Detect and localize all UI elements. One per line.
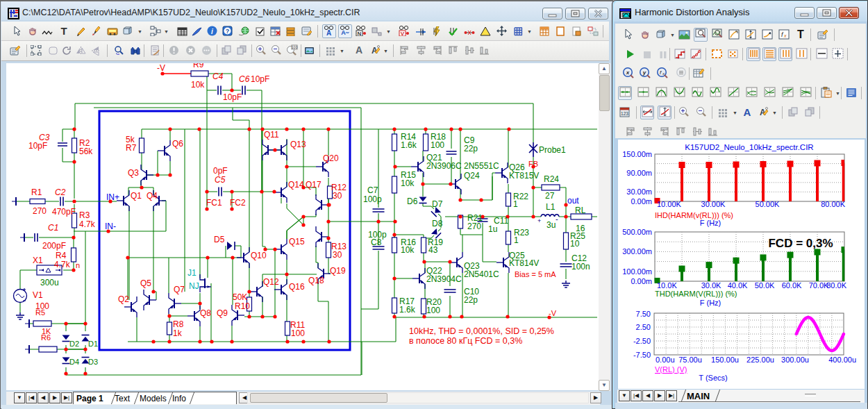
svg-text:IN-: IN- [105,222,116,231]
svg-text:C5: C5 [215,175,226,185]
svg-text:90.00m: 90.00m [626,169,652,177]
svg-text:Q3: Q3 [128,168,139,178]
svg-text:Bias = 5 mA: Bias = 5 mA [515,270,556,278]
svg-text:x: x [783,33,787,38]
svg-text:FCD = 0,3%: FCD = 0,3% [768,237,833,250]
svg-text:KT814V: KT814V [509,258,539,268]
svg-text:F (Hz): F (Hz) [700,219,721,227]
svg-text:Q7: Q7 [174,285,185,294]
svg-text:C4: C4 [212,72,224,81]
svg-text:30.00K: 30.00K [701,200,726,208]
svg-text:L1: L1 [546,202,556,212]
svg-text:y: y [642,69,646,76]
svg-text:1: 1 [513,199,518,209]
svg-text:A: A [341,29,346,36]
svg-text:3u: 3u [546,220,556,230]
svg-text:1.6k: 1.6k [399,305,416,315]
svg-text:A: A [326,29,331,36]
svg-text:75.00u: 75.00u [678,356,702,364]
svg-text:D4: D4 [69,358,79,366]
svg-text:10k: 10k [401,178,415,188]
svg-text:400.00u: 400.00u [828,356,856,364]
svg-text:Q11: Q11 [264,130,279,140]
svg-text:R1: R1 [31,187,42,197]
svg-text:10.0K: 10.0K [657,281,677,290]
svg-text:60.0K: 60.0K [782,281,802,290]
svg-text:0.00m: 0.00m [631,277,652,285]
svg-text:300.00u: 300.00u [781,356,809,364]
svg-text:D6: D6 [407,197,418,206]
svg-text:D7: D7 [432,199,443,209]
svg-text:R7: R7 [126,143,137,153]
svg-text:IN+: IN+ [106,192,119,202]
svg-text:FB: FB [528,160,538,168]
svg-text:270: 270 [33,206,47,216]
svg-text:150.00m: 150.00m [622,150,652,158]
svg-text:R10: R10 [235,301,250,311]
svg-text:30: 30 [333,191,342,201]
svg-text:R9: R9 [193,63,204,69]
svg-text:2N3906C: 2N3906C [426,161,462,171]
svg-text:1: 1 [514,235,519,245]
svg-text:Q8: Q8 [200,308,211,318]
svg-text:D2: D2 [69,340,79,348]
svg-text:150.00u: 150.00u [711,356,739,364]
svg-text:0.00m: 0.00m [631,197,652,206]
svg-text:T (Secs): T (Secs) [699,374,727,382]
svg-text:R3: R3 [79,210,90,220]
svg-text:10kHz, THD = 0,0001%, SID = 0,: 10kHz, THD = 0,0001%, SID = 0,25% [409,326,554,336]
svg-text:100: 100 [431,140,444,150]
svg-text:D1: D1 [88,340,98,348]
svg-text:100.00m: 100.00m [622,267,652,276]
svg-text:в полосе 80 кГц FCD = 0,3%: в полосе 80 кГц FCD = 0,3% [409,336,522,346]
svg-text:Q14: Q14 [288,180,304,190]
svg-text:225.00u: 225.00u [746,356,774,364]
svg-text:10pF: 10pF [251,74,269,84]
svg-text:R8: R8 [173,319,184,329]
svg-text:1.6k: 1.6k [401,140,417,150]
svg-text:80.00K: 80.00K [821,200,846,208]
svg-text:FC2: FC2 [230,198,246,208]
svg-text:i: i [211,28,213,35]
svg-text:10pF: 10pF [28,141,47,151]
svg-text:J1: J1 [187,268,197,278]
svg-text:V1: V1 [33,290,43,300]
svg-text:R5: R5 [35,308,45,317]
svg-text:-: - [556,215,558,223]
svg-text:?: ? [225,28,229,35]
svg-text:-7.50: -7.50 [633,351,651,359]
svg-text:270: 270 [467,222,481,231]
svg-text:Q6: Q6 [172,139,183,149]
svg-text:X1: X1 [33,256,43,265]
svg-text:out: out [567,196,579,206]
svg-text:V: V [401,31,405,37]
svg-text:10pF: 10pF [223,92,242,102]
svg-text:Q1: Q1 [131,191,142,201]
svg-text:10k: 10k [191,80,205,90]
svg-text:R4: R4 [56,251,67,260]
svg-text:Q18: Q18 [308,276,324,285]
svg-text:10.00K: 10.00K [657,200,682,208]
svg-text:FC1: FC1 [206,198,222,208]
svg-text:C1: C1 [48,223,58,233]
svg-text:C8: C8 [371,237,382,247]
svg-text:-V: -V [549,309,557,317]
svg-text:NJ: NJ [189,281,199,291]
svg-text:C6: C6 [239,74,250,84]
svg-text:D3: D3 [88,358,98,366]
svg-text:1k: 1k [173,328,183,338]
svg-text:56k: 56k [79,147,93,156]
svg-text:-V: -V [157,63,165,73]
svg-text:2.50: 2.50 [636,323,651,331]
svg-text:500.00m: 500.00m [622,228,652,236]
svg-text:30: 30 [333,250,342,260]
svg-text:470pF: 470pF [52,207,76,217]
svg-text:C2: C2 [55,187,66,197]
svg-text:43: 43 [428,245,438,255]
svg-text:RL: RL [575,206,586,215]
svg-text:2N5401C: 2N5401C [464,269,499,279]
svg-text:R6: R6 [41,333,51,342]
svg-text:2N3904C: 2N3904C [426,274,462,284]
svg-text:100: 100 [291,45,297,49]
svg-text:+: + [537,217,541,224]
